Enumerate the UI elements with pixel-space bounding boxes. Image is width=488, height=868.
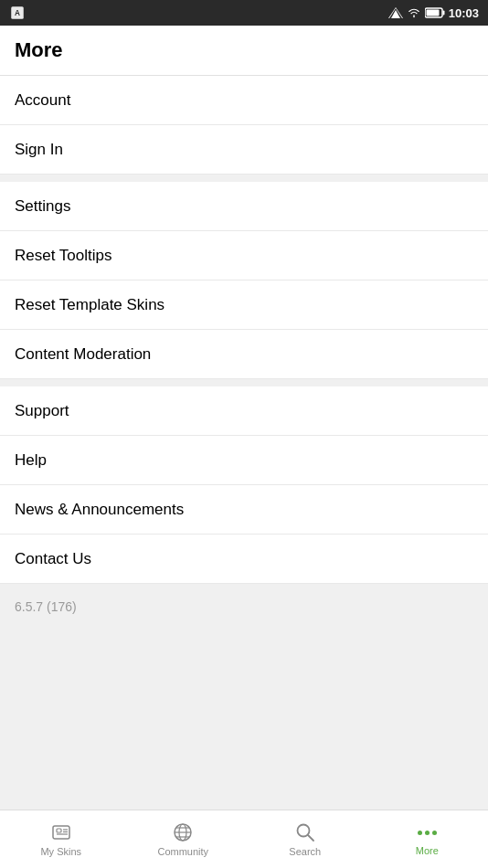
version-text: 6.5.7 (176) xyxy=(15,599,77,614)
svg-line-19 xyxy=(308,835,313,841)
my-skins-icon xyxy=(50,821,72,843)
bottom-nav: My Skins Community Search More xyxy=(0,810,488,868)
section-divider-1 xyxy=(0,175,488,182)
menu-item-account[interactable]: Account xyxy=(0,76,488,125)
nav-item-my-skins[interactable]: My Skins xyxy=(0,810,122,868)
menu-item-account-label: Account xyxy=(15,91,70,110)
menu-item-support[interactable]: Support xyxy=(0,386,488,436)
menu-item-contact-us[interactable]: Contact Us xyxy=(0,535,488,584)
search-icon xyxy=(294,821,316,843)
nav-item-search[interactable]: Search xyxy=(244,810,366,868)
menu-item-news-announcements[interactable]: News & Announcements xyxy=(0,485,488,535)
version-area: 6.5.7 (176) xyxy=(0,584,488,630)
dot-1 xyxy=(418,831,422,835)
menu-item-help-label: Help xyxy=(15,451,47,470)
menu-item-help[interactable]: Help xyxy=(0,436,488,485)
menu-item-reset-template-skins[interactable]: Reset Template Skins xyxy=(0,281,488,330)
nav-label-community: Community xyxy=(157,846,208,857)
section-divider-2 xyxy=(0,379,488,386)
menu-item-news-announcements-label: News & Announcements xyxy=(15,501,184,519)
menu-item-sign-in[interactable]: Sign In xyxy=(0,125,488,175)
status-bar: A 10:03 xyxy=(0,0,488,26)
nav-label-search: Search xyxy=(289,846,321,857)
nav-item-community[interactable]: Community xyxy=(122,810,245,868)
nav-item-more[interactable]: More xyxy=(366,810,489,868)
svg-rect-6 xyxy=(442,11,444,16)
nav-label-more: More xyxy=(416,845,439,856)
signal-icon xyxy=(388,7,403,18)
menu-item-reset-tooltips-label: Reset Tooltips xyxy=(15,247,111,265)
menu-item-support-label: Support xyxy=(15,402,69,420)
menu-item-content-moderation[interactable]: Content Moderation xyxy=(0,330,488,379)
page-title: More xyxy=(0,26,488,76)
menu-item-content-moderation-label: Content Moderation xyxy=(15,345,151,364)
dot-3 xyxy=(432,831,437,835)
wifi-icon xyxy=(407,7,421,18)
svg-rect-7 xyxy=(426,10,439,16)
nav-label-my-skins: My Skins xyxy=(40,846,81,857)
status-bar-right: 10:03 xyxy=(388,6,479,20)
app-icon: A xyxy=(9,5,26,21)
menu-item-settings-label: Settings xyxy=(15,197,70,216)
status-time: 10:03 xyxy=(449,6,479,20)
dot-2 xyxy=(425,831,430,835)
menu-item-settings[interactable]: Settings xyxy=(0,182,488,231)
menu-item-sign-in-label: Sign In xyxy=(15,141,63,159)
battery-icon xyxy=(425,7,445,18)
svg-rect-9 xyxy=(57,829,61,832)
menu-item-reset-template-skins-label: Reset Template Skins xyxy=(15,296,164,314)
menu-item-reset-tooltips[interactable]: Reset Tooltips xyxy=(0,231,488,281)
menu-item-contact-us-label: Contact Us xyxy=(15,550,91,568)
community-icon xyxy=(172,821,194,843)
menu-list: Account Sign In Settings Reset Tooltips … xyxy=(0,76,488,584)
svg-text:A: A xyxy=(15,9,20,17)
status-bar-left: A xyxy=(9,5,26,21)
main-content: More Account Sign In Settings Reset Tool… xyxy=(0,26,488,810)
more-dots-icon xyxy=(418,822,437,842)
